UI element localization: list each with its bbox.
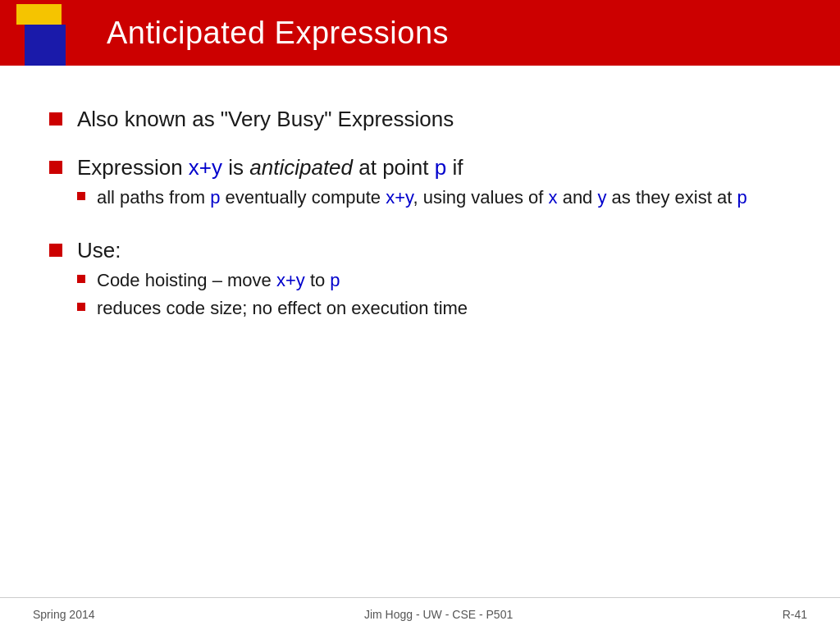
sub2-p: p	[330, 270, 340, 290]
bullet-icon	[49, 161, 62, 174]
sub1-xplusy: x+y	[386, 187, 413, 208]
list-item: Code hoisting – move x+y to p	[77, 270, 791, 291]
footer-left: Spring 2014	[33, 608, 95, 621]
footer-center: Jim Hogg - UW - CSE - P501	[364, 608, 513, 621]
bullet2-anticipated: anticipated	[249, 155, 353, 180]
bullet2-text: Expression x+y is anticipated at point p…	[77, 155, 463, 180]
sub-bullet3-text: reduces code size; no effect on executio…	[97, 298, 468, 319]
bullet2-content: Expression x+y is anticipated at point p…	[77, 155, 791, 215]
sub-bullet-list: all paths from p eventually compute x+y,…	[77, 187, 791, 208]
main-bullet-list: Also known as "Very Busy" Expressions Ex…	[49, 107, 791, 326]
bullet2-xplusy: x+y	[189, 155, 222, 180]
sub1-p: p	[210, 187, 220, 208]
bullet-icon	[49, 244, 62, 257]
sub1-p2: p	[737, 187, 746, 208]
slide-footer: Spring 2014 Jim Hogg - UW - CSE - P501 R…	[0, 597, 840, 630]
sub-bullet-icon	[77, 192, 85, 200]
footer-right: R-41	[783, 608, 807, 621]
bullet3-text: Use:	[77, 238, 121, 262]
logo-blue-square	[25, 25, 66, 66]
slide-content: Also known as "Very Busy" Expressions Ex…	[0, 66, 840, 365]
sub1-y: y	[597, 187, 606, 208]
list-item: Also known as "Very Busy" Expressions	[49, 107, 791, 132]
list-item: Use: Code hoisting – move x+y to p reduc…	[49, 238, 791, 326]
sub-bullet2-text: Code hoisting – move x+y to p	[97, 270, 340, 291]
list-item: Expression x+y is anticipated at point p…	[49, 155, 791, 215]
bullet1-content: Also known as "Very Busy" Expressions	[77, 107, 791, 132]
sub-bullet-list-2: Code hoisting – move x+y to p reduces co…	[77, 270, 791, 319]
sub-bullet-icon	[77, 275, 85, 283]
sub-bullet1-text: all paths from p eventually compute x+y,…	[97, 187, 747, 208]
sub2-xplusy: x+y	[276, 270, 305, 290]
list-item: all paths from p eventually compute x+y,…	[77, 187, 791, 208]
slide-title: Anticipated Expressions	[107, 16, 449, 51]
bullet1-text: Also known as "Very Busy" Expressions	[77, 107, 454, 131]
list-item: reduces code size; no effect on executio…	[77, 298, 791, 319]
bullet-icon	[49, 112, 62, 126]
slide-header: Anticipated Expressions	[0, 0, 840, 66]
logo	[0, 0, 98, 90]
bullet3-content: Use: Code hoisting – move x+y to p reduc…	[77, 238, 791, 326]
bullet2-p: p	[435, 155, 446, 180]
sub1-x: x	[549, 187, 558, 208]
sub-bullet-icon	[77, 303, 85, 311]
